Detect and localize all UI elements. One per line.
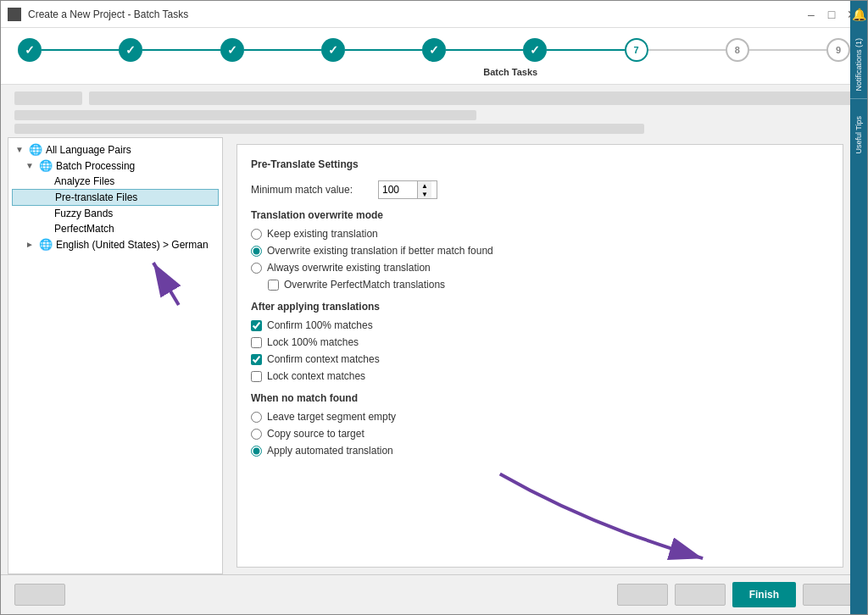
- lock-context-checkbox[interactable]: [251, 371, 262, 382]
- min-match-input-container: ▲ ▼: [378, 180, 437, 199]
- radio-keep-input[interactable]: [251, 229, 262, 240]
- min-match-input[interactable]: [379, 182, 417, 197]
- step-line-4: [345, 49, 422, 51]
- confirm-context-checkbox[interactable]: [251, 354, 262, 365]
- tree-item-pre-translate[interactable]: Pre-translate Files: [12, 189, 219, 206]
- tree-item-english-german[interactable]: ► 🌐 English (United States) > German: [12, 236, 219, 252]
- step-7[interactable]: 7: [625, 38, 648, 62]
- min-match-row: Minimum match value: ▲ ▼: [251, 180, 829, 199]
- main-window: Create a New Project - Batch Tasks – □ ✕…: [0, 0, 868, 615]
- window-title: Create a New Project - Batch Tasks: [28, 8, 803, 20]
- bottom-left-buttons: [14, 584, 65, 606]
- tree-label-batch-proc: Batch Processing: [56, 160, 135, 172]
- radio-always-overwrite: Always overwrite existing translation: [251, 262, 829, 274]
- steps-row: ✓ ✓ ✓ ✓ ✓ ✓ 7 8 9: [18, 38, 850, 62]
- lock-context-label: Lock context matches: [267, 370, 365, 382]
- useful-tips-label: Useful Tips: [854, 116, 863, 154]
- tree-label-analyze: Analyze Files: [54, 175, 114, 187]
- overwrite-perfectmatch-checkbox[interactable]: [268, 280, 279, 291]
- radio-always-overwrite-input[interactable]: [251, 263, 262, 274]
- radio-leave-empty: Leave target segment empty: [251, 411, 829, 423]
- min-match-label: Minimum match value:: [251, 184, 370, 196]
- tree-panel: ▼ 🌐 All Language Pairs ▼ 🌐 Batch Process…: [8, 137, 223, 574]
- min-match-spinners: ▲ ▼: [417, 181, 431, 198]
- cancel-button[interactable]: [803, 584, 854, 606]
- step-6[interactable]: ✓: [523, 38, 547, 62]
- finish-button[interactable]: Finish: [732, 582, 796, 607]
- confirm-context-row: Confirm context matches: [251, 353, 829, 365]
- confirm-context-label: Confirm context matches: [267, 353, 380, 365]
- radio-overwrite-better: Overwrite existing translation if better…: [251, 245, 829, 257]
- step-line-1: [42, 49, 119, 51]
- header-sketch: [1, 85, 867, 137]
- step-line-6: [547, 49, 624, 51]
- notifications-label: Notifications (1): [854, 38, 863, 91]
- lock-100-row: Lock 100% matches: [251, 336, 829, 348]
- next-button[interactable]: [675, 584, 726, 606]
- back-button[interactable]: [617, 584, 668, 606]
- tree-item-fuzzy[interactable]: Fuzzy Bands: [12, 206, 219, 221]
- overwrite-mode-title: Translation overwrite mode: [251, 209, 829, 221]
- main-content: ▼ 🌐 All Language Pairs ▼ 🌐 Batch Process…: [1, 137, 867, 574]
- tree-label-perfect-match: PerfectMatch: [54, 223, 114, 235]
- min-match-up[interactable]: ▲: [418, 181, 431, 190]
- tree-label-fuzzy: Fuzzy Bands: [54, 208, 113, 219]
- radio-overwrite-better-input[interactable]: [251, 246, 262, 257]
- minimize-button[interactable]: –: [803, 6, 820, 23]
- after-applying-title: After applying translations: [251, 301, 829, 313]
- step-2[interactable]: ✓: [119, 38, 142, 62]
- step-line-3: [244, 49, 321, 51]
- lock-100-label: Lock 100% matches: [267, 336, 359, 348]
- radio-copy-source: Copy source to target: [251, 428, 829, 440]
- step-1[interactable]: ✓: [18, 38, 42, 62]
- settings-panel: Pre-Translate Settings Minimum match val…: [236, 144, 843, 568]
- tree-label-all-lang: All Language Pairs: [46, 144, 131, 156]
- confirm-100-checkbox[interactable]: [251, 320, 262, 331]
- left-panel: ▼ 🌐 All Language Pairs ▼ 🌐 Batch Process…: [1, 137, 230, 574]
- bell-icon: 🔔: [852, 8, 866, 21]
- settings-title: Pre-Translate Settings: [251, 158, 829, 170]
- maximize-button[interactable]: □: [823, 6, 840, 23]
- step-line-2: [142, 49, 220, 51]
- bottom-bar: Finish: [1, 574, 867, 614]
- help-button[interactable]: [14, 584, 65, 606]
- radio-always-overwrite-label: Always overwrite existing translation: [267, 262, 431, 274]
- radio-leave-empty-label: Leave target segment empty: [267, 411, 396, 423]
- overwrite-perfectmatch-label: Overwrite PerfectMatch translations: [284, 279, 445, 291]
- radio-leave-empty-input[interactable]: [251, 412, 262, 423]
- radio-overwrite-better-label: Overwrite existing translation if better…: [267, 245, 493, 257]
- step-5[interactable]: ✓: [422, 38, 446, 62]
- min-match-down[interactable]: ▼: [418, 190, 431, 198]
- radio-keep: Keep existing translation: [251, 228, 829, 240]
- step-8[interactable]: 8: [726, 38, 749, 62]
- radio-copy-source-input[interactable]: [251, 429, 262, 440]
- step-3[interactable]: ✓: [220, 38, 244, 62]
- radio-auto-translate-input[interactable]: [251, 446, 262, 457]
- lock-context-row: Lock context matches: [251, 370, 829, 382]
- no-match-title: When no match found: [251, 392, 829, 404]
- notifications-sidebar: 🔔 Notifications (1) Useful Tips: [850, 1, 867, 614]
- lock-100-checkbox[interactable]: [251, 337, 262, 348]
- step-line-7: [648, 49, 726, 51]
- radio-keep-label: Keep existing translation: [267, 228, 378, 240]
- step-line-5: [446, 49, 523, 51]
- tree-item-perfect-match[interactable]: PerfectMatch: [12, 221, 219, 236]
- confirm-100-label: Confirm 100% matches: [267, 319, 373, 331]
- tree-item-batch-proc[interactable]: ▼ 🌐 Batch Processing: [12, 158, 219, 174]
- step-9[interactable]: 9: [826, 38, 850, 62]
- tree-label-pre-translate: Pre-translate Files: [55, 191, 137, 203]
- step-line-8: [749, 49, 826, 51]
- tree-item-all-lang[interactable]: ▼ 🌐 All Language Pairs: [12, 141, 219, 158]
- title-bar: Create a New Project - Batch Tasks – □ ✕: [1, 1, 867, 28]
- step-7-label: Batch Tasks: [476, 67, 544, 77]
- confirm-100-row: Confirm 100% matches: [251, 319, 829, 331]
- radio-auto-translate-label: Apply automated translation: [267, 445, 393, 457]
- overwrite-perfectmatch-row: Overwrite PerfectMatch translations: [251, 279, 829, 291]
- step-4[interactable]: ✓: [321, 38, 345, 62]
- radio-copy-source-label: Copy source to target: [267, 428, 364, 440]
- bottom-right-buttons: Finish: [617, 582, 854, 607]
- radio-auto-translate: Apply automated translation: [251, 445, 829, 457]
- app-icon: [8, 8, 21, 21]
- wizard-steps-container: ✓ ✓ ✓ ✓ ✓ ✓ 7 8 9 Batch Tasks: [1, 28, 867, 85]
- tree-item-analyze[interactable]: Analyze Files: [12, 174, 219, 189]
